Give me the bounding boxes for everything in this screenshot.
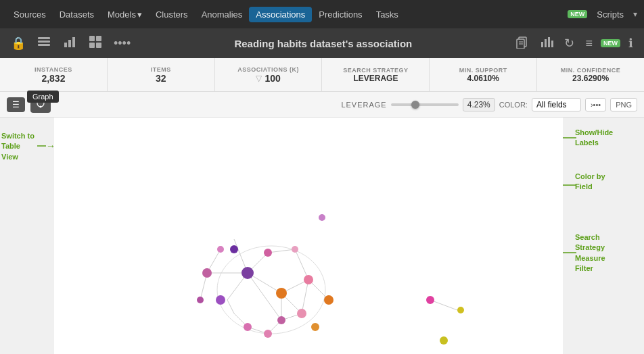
svg-rect-3 xyxy=(64,43,67,47)
svg-point-50 xyxy=(264,249,272,257)
page-title: Reading habits dataset's association xyxy=(139,38,507,49)
dots-icon[interactable]: •••• xyxy=(111,34,133,53)
grid-icon[interactable] xyxy=(85,32,106,55)
dataset-icon[interactable] xyxy=(34,32,54,55)
svg-point-60 xyxy=(217,246,224,253)
new-badge: NEW xyxy=(568,10,587,18)
svg-line-32 xyxy=(268,249,295,253)
svg-rect-1 xyxy=(38,41,50,43)
svg-point-52 xyxy=(277,316,285,324)
svg-point-64 xyxy=(440,336,448,345)
svg-rect-8 xyxy=(89,43,95,48)
bar-chart-icon[interactable] xyxy=(537,32,556,55)
annotation-show-hide-labels: Show/Hide Labels xyxy=(575,128,613,149)
graph-tooltip: Graph xyxy=(27,91,59,103)
nav-associations[interactable]: Associations xyxy=(249,7,312,22)
stat-items: ITEMS 32 xyxy=(108,58,215,91)
stats-bar: INSTANCES 2,832 ITEMS 32 ASSOCIATIONS (K… xyxy=(0,58,644,92)
svg-point-58 xyxy=(311,323,319,331)
svg-rect-7 xyxy=(96,36,101,41)
stat-instances: INSTANCES 2,832 xyxy=(0,58,108,91)
svg-rect-5 xyxy=(72,37,75,47)
stat-strategy: SEARCH STRATEGY LEVERAGE xyxy=(322,58,430,91)
main-toolbar: 🔒 •••• Reading habits dataset's associat… xyxy=(0,28,644,58)
svg-point-62 xyxy=(426,296,434,304)
svg-point-57 xyxy=(324,295,334,305)
lock-icon[interactable]: 🔒 xyxy=(8,33,28,53)
svg-rect-15 xyxy=(545,39,547,47)
stat-associations: ASSOCIATIONS (K) ▽ 100 xyxy=(215,58,323,91)
view-controls-bar: ☰ Graph LEVERAGE 4.23% COLOR: All fields… xyxy=(0,92,644,118)
svg-line-42 xyxy=(227,300,234,313)
color-field-select[interactable]: All fields xyxy=(532,98,581,111)
svg-point-59 xyxy=(292,246,298,253)
svg-point-47 xyxy=(216,295,225,305)
svg-rect-17 xyxy=(551,41,553,47)
svg-point-56 xyxy=(197,297,204,303)
svg-rect-14 xyxy=(541,42,543,47)
refresh-icon[interactable]: ↻ xyxy=(561,33,577,53)
svg-point-53 xyxy=(264,330,272,338)
graph-canvas[interactable] xyxy=(54,118,563,354)
nav-clusters[interactable]: Clusters xyxy=(149,7,195,22)
annotation-lines-left xyxy=(0,118,54,354)
nav-anomalies[interactable]: Anomalies xyxy=(195,7,250,22)
svg-point-45 xyxy=(276,288,287,299)
nav-models[interactable]: Models ▾ xyxy=(101,7,149,22)
main-content-area: Switch to Table View → xyxy=(0,118,644,354)
annotation-color-by-field: Color by Field xyxy=(575,172,605,193)
menu-icon[interactable]: ≡ xyxy=(582,34,595,53)
svg-point-43 xyxy=(217,246,325,334)
svg-rect-0 xyxy=(38,37,50,39)
svg-point-48 xyxy=(230,245,238,253)
export-button[interactable]: ›••• xyxy=(585,98,606,111)
svg-rect-6 xyxy=(89,36,95,41)
scripts-dropdown-icon[interactable]: ▾ xyxy=(633,9,637,19)
svg-rect-4 xyxy=(68,40,71,47)
svg-point-49 xyxy=(304,275,313,284)
scripts-area: NEW Scripts ▾ xyxy=(568,7,637,22)
leverage-area: LEVERAGE 4.23% COLOR: All fields ›••• PN… xyxy=(341,98,637,111)
annotation-search-strategy: Search Strategy Measure Filter xyxy=(575,232,605,274)
svg-rect-2 xyxy=(38,44,50,46)
svg-line-44 xyxy=(430,300,457,310)
leverage-slider[interactable] xyxy=(391,103,459,106)
svg-point-54 xyxy=(244,323,252,331)
nav-datasets[interactable]: Datasets xyxy=(53,7,101,22)
new-badge-toolbar: NEW xyxy=(601,39,620,47)
copy-icon[interactable] xyxy=(513,32,532,55)
hamburger-icon: ☰ xyxy=(12,100,20,109)
nav-sources[interactable]: Sources xyxy=(7,7,53,22)
nav-tasks[interactable]: Tasks xyxy=(369,7,405,22)
svg-rect-16 xyxy=(548,37,550,47)
top-navigation: Sources Datasets Models ▾ Clusters Anoma… xyxy=(0,0,644,28)
toolbar-right: ↻ ≡ NEW ℹ xyxy=(513,32,636,55)
svg-point-51 xyxy=(297,309,306,318)
svg-line-26 xyxy=(248,273,281,320)
stat-support: MIN. SUPPORT 4.0610% xyxy=(430,58,537,91)
svg-point-61 xyxy=(319,214,325,221)
nav-scripts[interactable]: Scripts xyxy=(590,7,630,22)
chart-icon[interactable] xyxy=(60,32,80,55)
svg-line-37 xyxy=(302,280,308,313)
filter-icon: ▽ xyxy=(256,74,262,83)
svg-rect-9 xyxy=(96,43,101,48)
stat-confidence: MIN. CONFIDENCE 23.6290% xyxy=(537,58,644,91)
info-icon[interactable]: ℹ xyxy=(626,33,636,53)
svg-point-46 xyxy=(242,267,254,279)
svg-point-55 xyxy=(202,268,212,278)
right-annotation-area: Show/Hide Labels Color by Field Search S… xyxy=(563,118,644,354)
nav-predictions[interactable]: Predictions xyxy=(312,7,369,22)
network-graph xyxy=(54,118,563,354)
svg-point-21 xyxy=(40,106,42,108)
png-export-button[interactable]: PNG xyxy=(610,98,637,111)
svg-line-33 xyxy=(295,249,308,280)
left-annotation-area: Switch to Table View → xyxy=(0,118,54,354)
hamburger-view-button[interactable]: ☰ xyxy=(7,97,25,112)
svg-point-63 xyxy=(457,307,464,313)
